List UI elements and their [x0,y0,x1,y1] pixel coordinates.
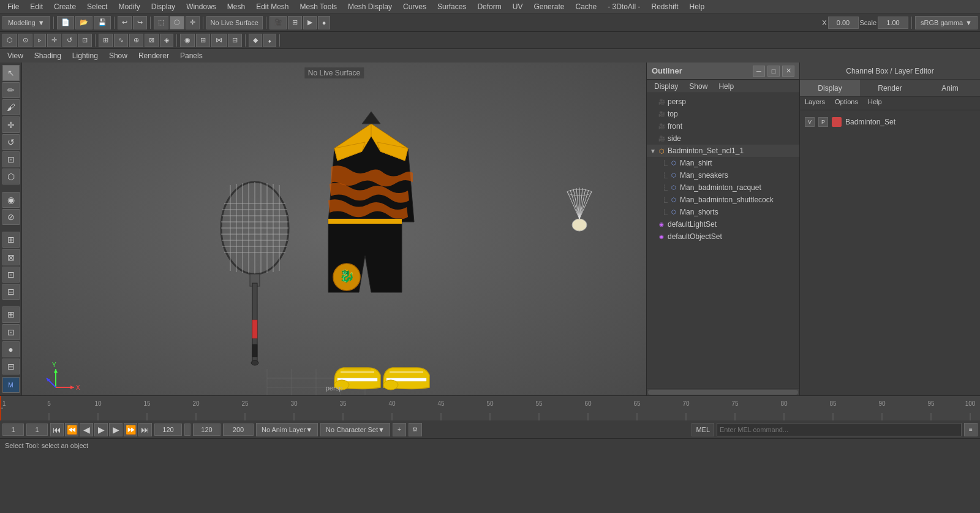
move-tool[interactable]: ✛ [2,116,20,132]
cb-tab-anim[interactable]: Anim [920,80,980,96]
no-live-surface-btn[interactable]: No Live Surface [206,16,263,29]
menu-redshift[interactable]: Redshift [647,1,684,12]
cb-tab-display[interactable]: Display [800,80,860,96]
menu-display[interactable]: Display [146,1,180,12]
range-end-input[interactable] [193,424,221,436]
outliner-close-btn[interactable]: ✕ [782,66,794,77]
outliner-item-badminton-set[interactable]: ▼ ⬡ Badminton_Set_ncl1_1 [647,145,799,157]
timeline[interactable]: 1 5 10 15 20 25 30 35 40 45 50 55 [0,395,980,420]
vp-camera-btn[interactable]: ⊙ [18,34,32,47]
soft-select-tool[interactable]: ◉ [2,192,20,208]
select-btn[interactable]: ⬚ [154,16,168,29]
open-file-btn[interactable]: 📂 [75,16,92,29]
vp-sym-btn[interactable]: ⊞ [196,34,210,47]
vp-setkey-btn[interactable]: ⬧ [263,34,276,47]
vp-snap-view-btn[interactable]: ◈ [160,34,173,47]
cb-subtab-layers[interactable]: Layers [800,97,830,110]
mel-btn[interactable]: ⊟ [2,359,20,374]
view-menu-panels[interactable]: Panels [175,50,208,61]
start-frame-input[interactable] [2,424,24,436]
menu-mesh-display[interactable]: Mesh Display [343,1,397,12]
outliner-menu-display[interactable]: Display [649,81,683,92]
menu-curves[interactable]: Curves [398,1,431,12]
vp-snap-surface-btn[interactable]: ⊠ [145,34,159,47]
vp-mode-btn[interactable]: ⊟ [228,34,242,47]
anim-end-input[interactable] [223,424,254,436]
ipr-btn[interactable]: ▶ [303,16,317,29]
outliner-item-side[interactable]: 🎥 side [647,132,799,145]
outliner-scroll-thumb[interactable] [648,390,798,395]
viewport[interactable]: 🐉 [22,63,646,395]
menu-windows[interactable]: Windows [181,1,221,12]
vp-selection-btn[interactable]: ▹ [34,34,46,47]
render-region-btn[interactable]: ⊞ [288,16,302,29]
vp-mirror-btn[interactable]: ⋈ [211,34,227,47]
undo-btn[interactable]: ↩ [118,16,132,29]
menu-deform[interactable]: Deform [472,1,506,12]
vp-keyframe-btn[interactable]: ◆ [249,34,262,47]
char-set-options-btn[interactable]: ⚙ [409,423,422,436]
outliner-item-front[interactable]: 🎥 front [647,120,799,132]
lasso-tool[interactable]: ⊘ [2,209,20,225]
menu-create[interactable]: Create [49,1,81,12]
transform-scale-input[interactable] [878,17,908,29]
vp-perspective-btn[interactable]: ⬡ [2,34,17,47]
menu-3dtoall[interactable]: - 3DtoAll - [603,1,645,12]
scale-tool[interactable]: ⊡ [2,151,20,167]
vp-rotate-btn[interactable]: ↺ [62,34,77,47]
anim-editor-btn[interactable]: ⊡ [2,324,20,340]
lasso-btn[interactable]: ⬡ [170,16,184,29]
new-file-btn[interactable]: 📄 [57,16,74,29]
move-btn[interactable]: ✛ [186,16,200,29]
mode-dropdown[interactable]: Modeling ▼ [2,16,50,29]
gamma-dropdown[interactable]: sRGB gamma ▼ [915,16,978,29]
universal-tool[interactable]: ⬡ [2,169,20,184]
cb-subtab-options[interactable]: Options [830,97,863,110]
go-to-start-btn[interactable]: ⏮ [50,423,64,436]
outliner-item-man-sneakers[interactable]: ⬡ Man_sneakers [647,169,799,181]
view-menu-show[interactable]: Show [104,50,132,61]
menu-select[interactable]: Select [82,1,112,12]
current-frame-input[interactable] [154,424,182,436]
quick-layout-btn[interactable]: ⊞ [2,306,20,322]
redo-btn[interactable]: ↪ [133,16,147,29]
next-frame-btn[interactable]: ⏩ [124,423,137,436]
paint-tool[interactable]: ✏ [2,82,20,98]
cb-tab-render[interactable]: Render [860,80,920,96]
sculpt-tool[interactable]: 🖌 [2,99,20,115]
menu-modify[interactable]: Modify [113,1,145,12]
outliner-menu-help[interactable]: Help [714,81,739,92]
outliner-item-man-shorts[interactable]: ⬡ Man_shorts [647,206,799,218]
outliner-item-man-racquet[interactable]: ⬡ Man_badminton_racquet [647,181,799,194]
vp-move-btn[interactable]: ✛ [47,34,61,47]
view-menu-renderer[interactable]: Renderer [134,50,174,61]
view-menu-lighting[interactable]: Lighting [67,50,103,61]
outliner-maximize-btn[interactable]: □ [767,66,780,77]
script-type-btn[interactable]: MEL [692,423,714,436]
transform-x-input[interactable] [828,17,859,29]
next-key-btn[interactable]: ▶ [109,423,123,436]
outliner-item-light-set[interactable]: ◉ defaultLightSet [647,218,799,230]
menu-surfaces[interactable]: Surfaces [432,1,471,12]
obj-mode-btn[interactable]: ⊞ [2,232,20,248]
char-set-dropdown[interactable]: No Character Set ▼ [320,423,390,436]
view-menu-shading[interactable]: Shading [29,50,66,61]
outliner-content[interactable]: 🎥 persp 🎥 top 🎥 front 🎥 side [647,93,799,388]
expand-icon-badminton-set[interactable]: ▼ [649,147,657,154]
layer-p-btn[interactable]: P [818,117,828,127]
vp-snap-curve-btn[interactable]: ∿ [114,34,128,47]
vp-scale-btn[interactable]: ⊡ [78,34,92,47]
menu-edit[interactable]: Edit [25,1,48,12]
frame-drag-handle[interactable] [184,424,190,436]
select-tool[interactable]: ↖ [2,65,20,81]
anim-layer-dropdown[interactable]: No Anim Layer ▼ [256,423,318,436]
range-start-input[interactable] [26,424,48,436]
char-set-add-btn[interactable]: + [393,423,406,436]
prev-key-btn[interactable]: ◀ [80,423,93,436]
menu-cache[interactable]: Cache [570,1,601,12]
vp-soft-select-btn[interactable]: ◉ [180,34,195,47]
menu-mesh-tools[interactable]: Mesh Tools [295,1,342,12]
go-to-end-btn[interactable]: ⏭ [138,423,152,436]
outliner-item-object-set[interactable]: ◉ defaultObjectSet [647,230,799,243]
outliner-menu-show[interactable]: Show [684,81,712,92]
